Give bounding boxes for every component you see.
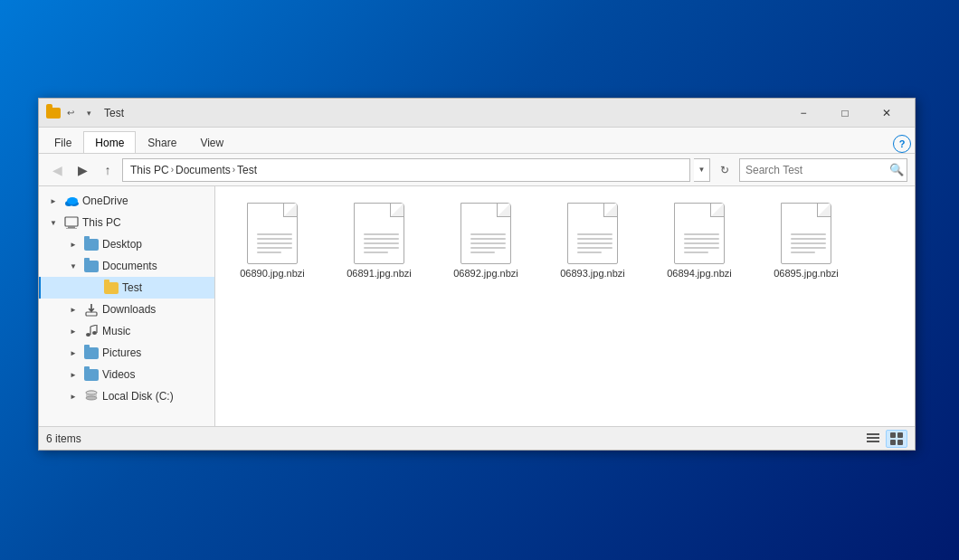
desktop-label: Desktop xyxy=(102,238,142,251)
pictures-label: Pictures xyxy=(102,346,141,359)
svg-rect-23 xyxy=(890,432,896,438)
sidebar-item-local-disk[interactable]: ► Local Disk (C:) xyxy=(39,385,214,407)
title-bar-qat: ↩ ▾ xyxy=(46,105,97,121)
expand-documents[interactable]: ▼ xyxy=(66,259,81,273)
window-title: Test xyxy=(104,107,783,119)
file-name-3: 06893.jpg.nbzi xyxy=(560,268,625,280)
expand-downloads[interactable]: ► xyxy=(66,302,81,317)
sidebar-item-pictures[interactable]: ► Pictures xyxy=(39,342,214,364)
sidebar-item-documents[interactable]: ▼ Documents xyxy=(39,255,214,277)
file-icon-4 xyxy=(671,199,727,264)
sidebar-item-test[interactable]: Test xyxy=(39,277,214,299)
back-button[interactable]: ◀ xyxy=(46,159,68,181)
sidebar-item-music[interactable]: ► Music xyxy=(39,320,214,342)
address-path[interactable]: This PC › Documents › Test xyxy=(122,158,690,182)
path-sep-1: › xyxy=(171,165,174,175)
path-sep-2: › xyxy=(233,165,235,175)
refresh-button[interactable]: ↻ xyxy=(714,159,736,181)
minimize-button[interactable]: − xyxy=(783,99,824,128)
file-name-4: 06894.jpg.nbzi xyxy=(667,268,732,280)
svg-rect-4 xyxy=(68,226,75,228)
address-bar: ◀ ▶ ↑ This PC › Documents › Test ▼ ↻ 🔍 xyxy=(39,154,915,186)
file-item-5[interactable]: 06895.jpg.nbzi xyxy=(756,194,856,285)
sidebar: ► OneDrive ▼ xyxy=(39,186,215,426)
path-test[interactable]: Test xyxy=(237,164,257,176)
path-documents[interactable]: Documents xyxy=(176,164,231,176)
ribbon: File Home Share View ? xyxy=(39,128,915,154)
file-grid: 06890.jpg.nbzi xyxy=(223,194,907,285)
tab-share[interactable]: Share xyxy=(136,131,188,153)
expand-local-disk[interactable]: ► xyxy=(66,389,81,403)
pictures-folder-icon xyxy=(83,345,100,361)
expand-onedrive[interactable]: ► xyxy=(46,194,61,208)
item-count: 6 items xyxy=(46,432,81,445)
svg-rect-25 xyxy=(890,440,896,445)
svg-point-11 xyxy=(92,331,97,335)
expand-test[interactable] xyxy=(86,280,100,295)
up-button[interactable]: ↑ xyxy=(97,159,119,181)
file-name-0: 06890.jpg.nbzi xyxy=(240,268,305,280)
details-view-button[interactable] xyxy=(862,430,884,448)
file-name-5: 06895.jpg.nbzi xyxy=(774,268,839,280)
svg-line-14 xyxy=(90,325,97,327)
search-submit-button[interactable]: 🔍 xyxy=(887,158,907,182)
sidebar-item-this-pc[interactable]: ▼ This PC xyxy=(39,212,214,233)
window-controls: − □ ✕ xyxy=(783,99,907,128)
file-item-2[interactable]: 06892.jpg.nbzi xyxy=(436,194,536,285)
address-dropdown[interactable]: ▼ xyxy=(694,158,710,182)
tab-file[interactable]: File xyxy=(43,131,83,153)
svg-point-17 xyxy=(86,396,97,400)
forward-button[interactable]: ▶ xyxy=(71,159,93,181)
file-name-2: 06892.jpg.nbzi xyxy=(453,268,518,280)
file-icon-2 xyxy=(458,199,514,264)
expand-music[interactable]: ► xyxy=(66,324,81,338)
videos-label: Videos xyxy=(102,368,135,381)
tab-view[interactable]: View xyxy=(188,131,235,153)
search-input[interactable] xyxy=(740,164,887,176)
qat-properties-button[interactable]: ▾ xyxy=(81,105,97,121)
svg-rect-6 xyxy=(86,312,97,316)
music-icon xyxy=(83,323,100,339)
sidebar-item-videos[interactable]: ► Videos xyxy=(39,364,214,385)
expand-pictures[interactable]: ► xyxy=(66,346,81,360)
local-disk-label: Local Disk (C:) xyxy=(102,390,174,403)
pc-icon xyxy=(63,214,80,231)
sidebar-item-downloads[interactable]: ► Downloads xyxy=(39,299,214,320)
file-icon-1 xyxy=(351,199,407,264)
maximize-button[interactable]: □ xyxy=(824,99,866,128)
path-this-pc[interactable]: This PC xyxy=(130,164,169,176)
file-icon-5 xyxy=(778,199,834,264)
sidebar-item-desktop[interactable]: ► Desktop xyxy=(39,233,214,255)
file-name-1: 06891.jpg.nbzi xyxy=(347,268,412,280)
svg-rect-22 xyxy=(867,433,870,442)
large-icons-view-button[interactable] xyxy=(886,430,907,448)
svg-point-18 xyxy=(86,391,97,394)
view-buttons xyxy=(862,430,907,448)
svg-rect-26 xyxy=(897,440,903,445)
close-button[interactable]: ✕ xyxy=(866,99,907,128)
desktop-folder-icon xyxy=(83,236,100,252)
explorer-window: ↩ ▾ Test − □ ✕ File Home Share View ? ◀ … xyxy=(38,98,916,451)
expand-this-pc[interactable]: ▼ xyxy=(46,215,61,230)
main-area: ► OneDrive ▼ xyxy=(39,186,915,426)
music-label: Music xyxy=(102,325,130,337)
help-button[interactable]: ? xyxy=(893,135,911,153)
test-label: Test xyxy=(122,281,142,294)
expand-videos[interactable]: ► xyxy=(66,367,81,382)
sidebar-item-onedrive[interactable]: ► OneDrive xyxy=(39,190,214,212)
status-bar: 6 items xyxy=(39,426,915,450)
disk-icon xyxy=(83,388,100,404)
file-item-0[interactable]: 06890.jpg.nbzi xyxy=(223,194,322,285)
file-item-3[interactable]: 06893.jpg.nbzi xyxy=(543,194,642,285)
qat-back-button[interactable]: ↩ xyxy=(62,105,79,121)
test-folder-icon xyxy=(103,280,119,296)
tab-home[interactable]: Home xyxy=(83,131,136,153)
search-box[interactable]: 🔍 xyxy=(739,158,907,182)
file-area: 06890.jpg.nbzi xyxy=(215,186,915,426)
svg-point-10 xyxy=(86,333,90,337)
expand-desktop[interactable]: ► xyxy=(66,237,81,252)
file-item-1[interactable]: 06891.jpg.nbzi xyxy=(329,194,429,285)
file-item-4[interactable]: 06894.jpg.nbzi xyxy=(650,194,749,285)
documents-label: Documents xyxy=(102,260,157,272)
videos-folder-icon xyxy=(83,366,100,383)
